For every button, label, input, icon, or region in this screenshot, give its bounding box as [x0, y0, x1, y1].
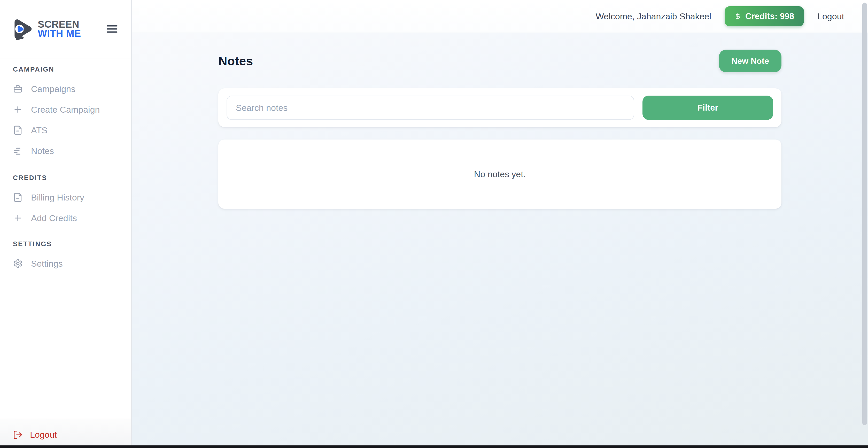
- filter-button[interactable]: Filter: [643, 96, 773, 120]
- sidebar-item-campaigns[interactable]: Campaigns: [0, 79, 131, 99]
- file-icon: [13, 125, 23, 135]
- plus-icon: [13, 213, 23, 223]
- brand-line2: WITH ME: [38, 29, 81, 38]
- page-header: Notes New Note: [218, 50, 781, 72]
- new-note-button[interactable]: New Note: [719, 50, 781, 72]
- search-notes-input[interactable]: [226, 96, 634, 120]
- search-filter-card: Filter: [218, 88, 781, 127]
- sidebar-item-notes[interactable]: Notes: [0, 141, 131, 161]
- sidebar-footer: Logout: [0, 418, 131, 448]
- notes-lines-icon: [13, 146, 23, 156]
- sidebar-item-label: Campaigns: [31, 84, 75, 94]
- nav-section-campaign: CAMPAIGN: [13, 65, 131, 73]
- sidebar-item-settings[interactable]: Settings: [0, 253, 131, 274]
- dollar-icon: [735, 13, 741, 20]
- logout-icon: [13, 430, 23, 440]
- sidebar-logout-label: Logout: [30, 430, 57, 440]
- hamburger-menu-button[interactable]: [106, 23, 118, 35]
- play-bubble-logo-icon: [11, 18, 34, 40]
- sidebar-logout-button[interactable]: Logout: [13, 430, 57, 440]
- sidebar-header: SCREEN WITH ME: [0, 0, 131, 58]
- sidebar: SCREEN WITH ME CAMPAIGN Campaigns: [0, 0, 132, 448]
- brand-wordmark: SCREEN WITH ME: [38, 20, 81, 38]
- nav-section-credits: CREDITS: [13, 174, 131, 182]
- hamburger-icon: [106, 23, 118, 35]
- sidebar-item-label: ATS: [31, 125, 48, 136]
- sidebar-item-add-credits[interactable]: Add Credits: [0, 208, 131, 229]
- sidebar-item-label: Create Campaign: [31, 104, 100, 115]
- sidebar-item-label: Notes: [31, 146, 54, 156]
- page-title: Notes: [218, 54, 253, 68]
- brand-line1: SCREEN: [38, 20, 81, 29]
- topbar-logout-button[interactable]: Logout: [817, 11, 844, 22]
- file-icon: [13, 192, 23, 202]
- sidebar-item-label: Settings: [31, 259, 63, 269]
- main-area: Welcome, Jahanzaib Shakeel Credits: 998 …: [132, 0, 868, 448]
- welcome-text: Welcome, Jahanzaib Shakeel: [596, 11, 711, 22]
- app-window: SCREEN WITH ME CAMPAIGN Campaigns: [0, 0, 868, 448]
- briefcase-icon: [13, 84, 23, 94]
- sidebar-item-label: Add Credits: [31, 213, 77, 223]
- notes-page: Notes New Note Filter No notes yet.: [218, 50, 781, 209]
- sidebar-item-create-campaign[interactable]: Create Campaign: [0, 99, 131, 120]
- credits-label: Credits: 998: [745, 11, 794, 21]
- plus-icon: [13, 104, 23, 115]
- sidebar-item-label: Billing History: [31, 192, 84, 203]
- vertical-scrollbar[interactable]: [862, 3, 867, 425]
- sidebar-item-ats[interactable]: ATS: [0, 120, 131, 141]
- empty-state-text: No notes yet.: [474, 169, 526, 179]
- brand-logo[interactable]: SCREEN WITH ME: [11, 18, 81, 40]
- gear-icon: [13, 259, 23, 268]
- sidebar-item-billing-history[interactable]: Billing History: [0, 187, 131, 208]
- sidebar-nav: CAMPAIGN Campaigns Create Campaign: [0, 58, 131, 274]
- window-bottom-edge: [0, 445, 868, 448]
- nav-section-settings: SETTINGS: [13, 240, 131, 248]
- topbar: Welcome, Jahanzaib Shakeel Credits: 998 …: [132, 0, 868, 33]
- credits-badge[interactable]: Credits: 998: [724, 6, 804, 26]
- notes-list-card: No notes yet.: [218, 140, 781, 209]
